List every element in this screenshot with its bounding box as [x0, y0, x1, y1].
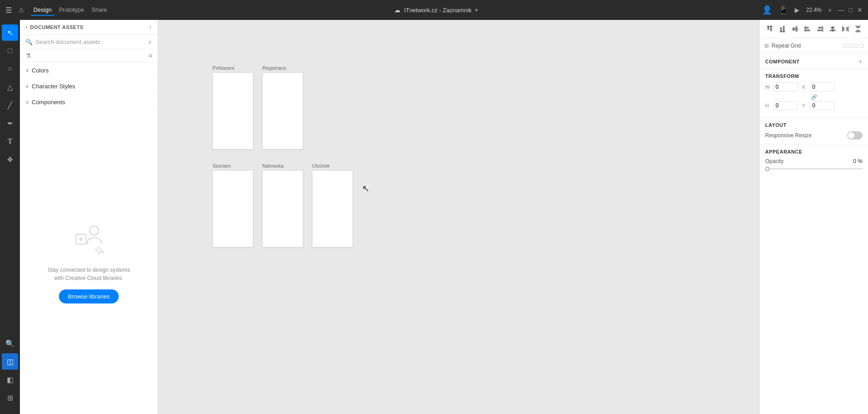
- list-icon[interactable]: ≡: [149, 52, 152, 59]
- zoom-level[interactable]: 22.4%: [806, 7, 821, 13]
- transform-x-input[interactable]: [810, 82, 835, 91]
- align-middle-icon[interactable]: [790, 24, 800, 34]
- tab-design[interactable]: Design: [31, 5, 54, 16]
- tool-text[interactable]: T: [2, 133, 18, 149]
- rg-action-2[interactable]: □: [849, 42, 853, 49]
- section-character-styles[interactable]: ∨ Character Styles +: [20, 78, 158, 94]
- transform-y-input[interactable]: [810, 101, 835, 110]
- distribute-v-icon[interactable]: [853, 24, 863, 34]
- search-input[interactable]: Search document assets: [35, 39, 145, 45]
- distribute-h-icon[interactable]: [840, 24, 851, 34]
- project-title[interactable]: ITnetwork.cz - Zaznamnik: [404, 7, 472, 14]
- home-icon[interactable]: ⌂: [19, 6, 24, 14]
- component-title: COMPONENT: [765, 59, 858, 64]
- panel-header: ‹ DOCUMENT ASSETS ↑: [20, 20, 158, 35]
- section-colors[interactable]: ∨ Colors +: [20, 63, 158, 78]
- panel-collapse-icon[interactable]: ‹: [25, 24, 28, 30]
- opacity-value: 0 %: [853, 158, 863, 164]
- align-bottom-icon[interactable]: [777, 24, 788, 34]
- rg-action-1[interactable]: □: [844, 42, 848, 49]
- align-top-icon[interactable]: [764, 24, 775, 34]
- tool-line[interactable]: ╱: [2, 97, 18, 113]
- component-add-icon[interactable]: +: [858, 58, 863, 66]
- tool-select[interactable]: ↖: [2, 24, 18, 41]
- opacity-row: Opacity 0 %: [765, 158, 863, 164]
- svg-point-0: [90, 226, 99, 235]
- right-panel: ⊞ Repeat Grid □ □ □ □ COMPONENT + TRANSF…: [759, 20, 868, 414]
- maximize-icon[interactable]: □: [849, 6, 853, 14]
- project-chevron-icon[interactable]: ▾: [475, 7, 478, 13]
- transform-w-row: W X: [765, 82, 863, 91]
- responsive-resize-toggle[interactable]: [847, 131, 863, 140]
- artboard-seznam[interactable]: Seznam: [212, 163, 253, 247]
- tool-assets[interactable]: ◫: [2, 353, 18, 370]
- artboard-uloziste[interactable]: Uloziste: [312, 163, 353, 247]
- artboard-seznam-frame[interactable]: [212, 170, 253, 247]
- artboard-nahravka-label: Nahravka: [262, 163, 284, 168]
- svg-rect-15: [805, 26, 805, 32]
- close-icon[interactable]: ✕: [857, 6, 863, 14]
- artboard-uloziste-label: Uloziste: [312, 163, 330, 168]
- svg-rect-27: [856, 30, 860, 31]
- align-left-icon[interactable]: [802, 24, 813, 34]
- rg-action-3[interactable]: □: [854, 42, 858, 49]
- device-icon[interactable]: 📱: [778, 5, 788, 15]
- repeat-grid-button[interactable]: ⊞ Repeat Grid □ □ □ □: [760, 39, 868, 53]
- profile-icon[interactable]: 👤: [762, 5, 772, 15]
- align-center-h-icon[interactable]: [827, 24, 838, 34]
- repeat-grid-icon: ⊞: [764, 43, 769, 49]
- svg-rect-9: [780, 32, 785, 33]
- tool-component[interactable]: ❖: [2, 151, 18, 168]
- tab-share[interactable]: Share: [89, 5, 110, 16]
- colors-chevron-icon: ∨: [25, 67, 29, 73]
- transform-w-label: W: [765, 84, 770, 90]
- tab-prototype[interactable]: Prototype: [56, 5, 87, 16]
- svg-rect-23: [846, 27, 848, 31]
- transform-w-input[interactable]: [773, 82, 798, 91]
- nav-tabs: Design Prototype Share: [31, 5, 110, 16]
- transform-x-label: X: [802, 84, 806, 90]
- svg-rect-21: [833, 26, 834, 32]
- filter-icon[interactable]: ⚗: [25, 52, 149, 59]
- tool-triangle[interactable]: △: [2, 79, 18, 95]
- section-components[interactable]: ∨ Components +: [20, 94, 158, 110]
- canvas-content: Prihlaseni Registrace Seznam Nahravka: [212, 65, 353, 247]
- tool-search[interactable]: 🔍: [2, 335, 18, 351]
- svg-rect-4: [767, 26, 769, 30]
- hamburger-icon[interactable]: ☰: [5, 6, 12, 14]
- tool-plugins[interactable]: ⊞: [2, 390, 18, 406]
- search-expand-icon[interactable]: ∨: [148, 39, 152, 45]
- artboard-nahravka-frame[interactable]: [262, 170, 303, 247]
- appearance-section: APPEARANCE Opacity 0 %: [760, 144, 868, 174]
- artboard-prihlaseni[interactable]: Prihlaseni: [212, 65, 253, 149]
- rg-action-4[interactable]: □: [860, 42, 863, 49]
- top-bar-left: ☰ ⌂ Design Prototype Share: [5, 5, 110, 16]
- svg-rect-13: [805, 27, 809, 29]
- canvas-area[interactable]: Prihlaseni Registrace Seznam Nahravka: [158, 20, 759, 414]
- align-right-icon[interactable]: [815, 24, 826, 34]
- artboard-registrace-frame[interactable]: [262, 72, 303, 149]
- panel-upload-icon[interactable]: ↑: [149, 24, 153, 31]
- artboard-prihlaseni-frame[interactable]: [212, 72, 253, 149]
- tool-layers[interactable]: ◧: [2, 371, 18, 388]
- far-left-toolbar: ↖ □ ○ △ ╱ ✒ T ❖ 🔍 ◫ ◧ ⊞: [0, 20, 20, 414]
- tool-ellipse[interactable]: ○: [2, 61, 18, 77]
- tool-pen[interactable]: ✒: [2, 115, 18, 131]
- panel-toolbar: ⚗ ≡: [20, 49, 158, 63]
- zoom-chevron-icon[interactable]: ∨: [828, 7, 832, 13]
- character-styles-chevron-icon: ∨: [25, 83, 29, 89]
- transform-h-input[interactable]: [773, 101, 798, 110]
- svg-rect-29: [855, 32, 861, 33]
- artboard-nahravka[interactable]: Nahravka: [262, 163, 303, 247]
- search-icon: 🔍: [25, 39, 33, 45]
- play-icon[interactable]: ▶: [795, 6, 800, 14]
- character-styles-label: Character Styles: [32, 83, 148, 90]
- artboard-uloziste-frame[interactable]: [312, 170, 353, 247]
- minimize-icon[interactable]: —: [838, 6, 844, 14]
- svg-rect-26: [856, 27, 860, 28]
- browse-libraries-button[interactable]: Browse libraries: [59, 289, 119, 303]
- svg-rect-7: [780, 27, 782, 32]
- artboard-registrace[interactable]: Registrace: [262, 65, 303, 149]
- tool-rectangle[interactable]: □: [2, 43, 18, 59]
- opacity-slider[interactable]: [765, 168, 863, 169]
